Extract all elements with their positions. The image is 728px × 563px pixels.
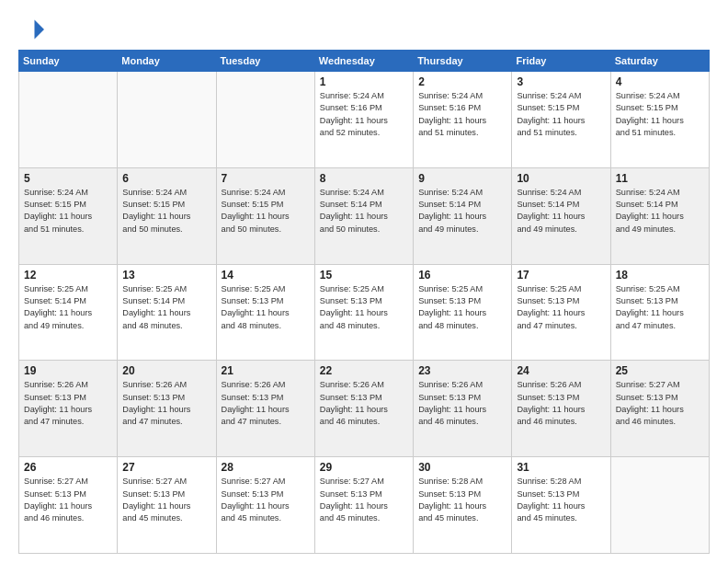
- day-info: Sunrise: 5:27 AM Sunset: 5:13 PM Dayligh…: [616, 379, 704, 428]
- header: [18, 17, 710, 42]
- day-info: Sunrise: 5:26 AM Sunset: 5:13 PM Dayligh…: [122, 379, 210, 428]
- day-number: 16: [418, 269, 506, 282]
- day-number: 1: [320, 75, 408, 88]
- day-info: Sunrise: 5:27 AM Sunset: 5:13 PM Dayligh…: [122, 476, 210, 524]
- day-number: 14: [222, 269, 310, 282]
- day-info: Sunrise: 5:24 AM Sunset: 5:15 PM Dayligh…: [517, 90, 605, 139]
- calendar-header-row: SundayMondayTuesdayWednesdayThursdayFrid…: [19, 51, 710, 72]
- day-number: 2: [418, 75, 506, 88]
- day-info: Sunrise: 5:24 AM Sunset: 5:14 PM Dayligh…: [517, 187, 605, 236]
- day-number: 8: [320, 172, 408, 185]
- day-info: Sunrise: 5:26 AM Sunset: 5:13 PM Dayligh…: [320, 379, 408, 428]
- calendar-cell: [216, 72, 314, 168]
- calendar-header-friday: Friday: [512, 51, 610, 72]
- day-number: 29: [320, 461, 408, 474]
- calendar-cell: 6Sunrise: 5:24 AM Sunset: 5:15 PM Daylig…: [118, 167, 216, 264]
- calendar-cell: 27Sunrise: 5:27 AM Sunset: 5:13 PM Dayli…: [118, 457, 216, 554]
- day-number: 23: [418, 364, 506, 377]
- day-number: 17: [517, 269, 605, 282]
- calendar-cell: 30Sunrise: 5:28 AM Sunset: 5:13 PM Dayli…: [414, 457, 512, 554]
- day-info: Sunrise: 5:26 AM Sunset: 5:13 PM Dayligh…: [222, 379, 310, 428]
- day-info: Sunrise: 5:25 AM Sunset: 5:14 PM Dayligh…: [24, 283, 112, 332]
- calendar-cell: [610, 457, 709, 554]
- day-number: 9: [418, 172, 506, 185]
- day-info: Sunrise: 5:26 AM Sunset: 5:13 PM Dayligh…: [517, 379, 605, 428]
- day-info: Sunrise: 5:24 AM Sunset: 5:14 PM Dayligh…: [616, 187, 704, 236]
- day-info: Sunrise: 5:27 AM Sunset: 5:13 PM Dayligh…: [320, 476, 408, 524]
- day-number: 15: [320, 269, 408, 282]
- calendar-cell: 12Sunrise: 5:25 AM Sunset: 5:14 PM Dayli…: [19, 264, 118, 361]
- calendar-cell: 16Sunrise: 5:25 AM Sunset: 5:13 PM Dayli…: [414, 264, 512, 361]
- day-number: 6: [122, 172, 210, 185]
- day-number: 10: [517, 172, 605, 185]
- calendar-week-1: 5Sunrise: 5:24 AM Sunset: 5:15 PM Daylig…: [19, 167, 710, 264]
- day-info: Sunrise: 5:28 AM Sunset: 5:13 PM Dayligh…: [418, 476, 506, 524]
- day-number: 22: [320, 364, 408, 377]
- calendar-cell: 15Sunrise: 5:25 AM Sunset: 5:13 PM Dayli…: [314, 264, 413, 361]
- day-info: Sunrise: 5:25 AM Sunset: 5:13 PM Dayligh…: [418, 283, 506, 332]
- day-info: Sunrise: 5:26 AM Sunset: 5:13 PM Dayligh…: [418, 379, 506, 428]
- day-number: 7: [222, 172, 310, 185]
- day-number: 20: [122, 364, 210, 377]
- day-number: 19: [24, 364, 112, 377]
- calendar-cell: 23Sunrise: 5:26 AM Sunset: 5:13 PM Dayli…: [414, 361, 512, 457]
- calendar-cell: [19, 72, 118, 168]
- calendar-cell: 22Sunrise: 5:26 AM Sunset: 5:13 PM Dayli…: [314, 361, 413, 457]
- calendar-cell: 24Sunrise: 5:26 AM Sunset: 5:13 PM Dayli…: [512, 361, 610, 457]
- day-info: Sunrise: 5:24 AM Sunset: 5:15 PM Dayligh…: [222, 187, 310, 236]
- calendar-cell: 5Sunrise: 5:24 AM Sunset: 5:15 PM Daylig…: [19, 167, 118, 264]
- day-info: Sunrise: 5:24 AM Sunset: 5:15 PM Dayligh…: [616, 90, 704, 139]
- calendar-week-3: 19Sunrise: 5:26 AM Sunset: 5:13 PM Dayli…: [19, 361, 710, 457]
- calendar-header-tuesday: Tuesday: [216, 51, 314, 72]
- day-info: Sunrise: 5:25 AM Sunset: 5:13 PM Dayligh…: [616, 283, 704, 332]
- day-info: Sunrise: 5:24 AM Sunset: 5:14 PM Dayligh…: [320, 187, 408, 236]
- calendar-cell: 2Sunrise: 5:24 AM Sunset: 5:16 PM Daylig…: [414, 72, 512, 168]
- day-info: Sunrise: 5:28 AM Sunset: 5:13 PM Dayligh…: [517, 476, 605, 524]
- calendar-table: SundayMondayTuesdayWednesdayThursdayFrid…: [18, 50, 710, 554]
- day-number: 4: [616, 75, 704, 88]
- day-info: Sunrise: 5:24 AM Sunset: 5:16 PM Dayligh…: [320, 90, 408, 139]
- calendar-cell: 3Sunrise: 5:24 AM Sunset: 5:15 PM Daylig…: [512, 72, 610, 168]
- day-number: 5: [24, 172, 112, 185]
- calendar-cell: 11Sunrise: 5:24 AM Sunset: 5:14 PM Dayli…: [610, 167, 709, 264]
- calendar-header-thursday: Thursday: [414, 51, 512, 72]
- calendar-cell: 10Sunrise: 5:24 AM Sunset: 5:14 PM Dayli…: [512, 167, 610, 264]
- page: SundayMondayTuesdayWednesdayThursdayFrid…: [0, 0, 728, 563]
- calendar-cell: 31Sunrise: 5:28 AM Sunset: 5:13 PM Dayli…: [512, 457, 610, 554]
- day-info: Sunrise: 5:27 AM Sunset: 5:13 PM Dayligh…: [222, 476, 310, 524]
- day-number: 11: [616, 172, 704, 185]
- calendar-cell: 28Sunrise: 5:27 AM Sunset: 5:13 PM Dayli…: [216, 457, 314, 554]
- day-info: Sunrise: 5:24 AM Sunset: 5:15 PM Dayligh…: [24, 187, 112, 236]
- day-number: 26: [24, 461, 112, 474]
- calendar-cell: 18Sunrise: 5:25 AM Sunset: 5:13 PM Dayli…: [610, 264, 709, 361]
- day-number: 30: [418, 461, 506, 474]
- day-info: Sunrise: 5:27 AM Sunset: 5:13 PM Dayligh…: [24, 476, 112, 524]
- calendar-cell: [118, 72, 216, 168]
- calendar-cell: 25Sunrise: 5:27 AM Sunset: 5:13 PM Dayli…: [610, 361, 709, 457]
- calendar-header-monday: Monday: [118, 51, 216, 72]
- calendar-header-wednesday: Wednesday: [314, 51, 413, 72]
- day-number: 27: [122, 461, 210, 474]
- calendar-cell: 19Sunrise: 5:26 AM Sunset: 5:13 PM Dayli…: [19, 361, 118, 457]
- day-number: 18: [616, 269, 704, 282]
- calendar-week-0: 1Sunrise: 5:24 AM Sunset: 5:16 PM Daylig…: [19, 72, 710, 168]
- day-info: Sunrise: 5:24 AM Sunset: 5:16 PM Dayligh…: [418, 90, 506, 139]
- calendar-cell: 20Sunrise: 5:26 AM Sunset: 5:13 PM Dayli…: [118, 361, 216, 457]
- logo: [18, 17, 48, 42]
- calendar-cell: 4Sunrise: 5:24 AM Sunset: 5:15 PM Daylig…: [610, 72, 709, 168]
- day-number: 28: [222, 461, 310, 474]
- day-info: Sunrise: 5:26 AM Sunset: 5:13 PM Dayligh…: [24, 379, 112, 428]
- calendar-cell: 21Sunrise: 5:26 AM Sunset: 5:13 PM Dayli…: [216, 361, 314, 457]
- svg-marker-0: [35, 20, 45, 40]
- day-number: 13: [122, 269, 210, 282]
- calendar-header-saturday: Saturday: [610, 51, 709, 72]
- day-info: Sunrise: 5:25 AM Sunset: 5:14 PM Dayligh…: [122, 283, 210, 332]
- day-number: 12: [24, 269, 112, 282]
- calendar-cell: 9Sunrise: 5:24 AM Sunset: 5:14 PM Daylig…: [414, 167, 512, 264]
- day-number: 3: [517, 75, 605, 88]
- day-info: Sunrise: 5:24 AM Sunset: 5:14 PM Dayligh…: [418, 187, 506, 236]
- logo-icon: [18, 17, 44, 42]
- calendar-cell: 17Sunrise: 5:25 AM Sunset: 5:13 PM Dayli…: [512, 264, 610, 361]
- day-number: 31: [517, 461, 605, 474]
- day-number: 24: [517, 364, 605, 377]
